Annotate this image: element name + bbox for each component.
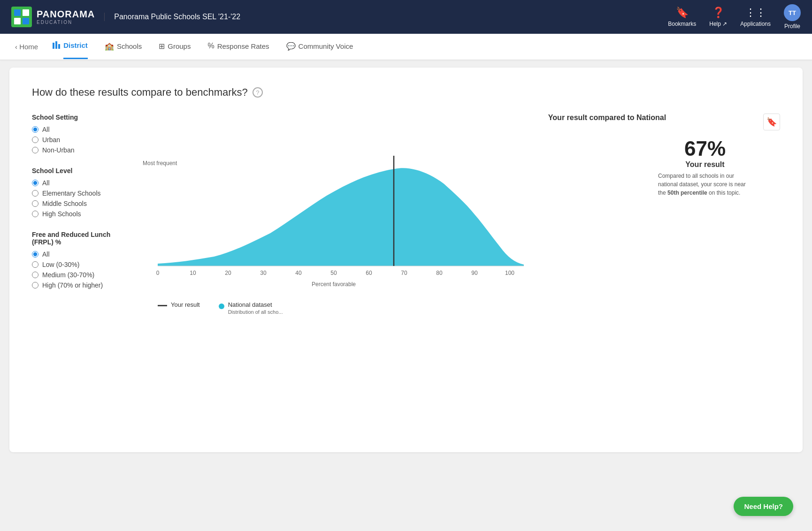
help-icon: ❓ (712, 7, 725, 19)
frpl-low[interactable]: Low (0-30%) (32, 261, 116, 268)
svg-text:0: 0 (156, 270, 160, 276)
svg-text:30: 30 (260, 270, 267, 276)
svg-rect-6 (58, 44, 60, 49)
school-level-elementary[interactable]: Elementary Schools (32, 190, 116, 197)
school-level-all[interactable]: All (32, 179, 116, 187)
svg-text:60: 60 (366, 270, 372, 276)
nav-district-label: District (63, 33, 88, 59)
legend-line-icon (158, 305, 167, 306)
school-setting-urban[interactable]: Urban (32, 136, 116, 144)
school-level-group: School Level All Elementary Schools Midd… (32, 167, 116, 218)
frpl-all[interactable]: All (32, 250, 116, 258)
back-link[interactable]: ‹ Home (15, 43, 44, 51)
svg-rect-3 (23, 18, 29, 24)
legend-your-result: Your result (158, 301, 200, 315)
nav-community-voice[interactable]: 💬 Community Voice (278, 34, 362, 60)
legend-national-label: National dataset (228, 301, 283, 309)
school-level-middle[interactable]: Middle Schools (32, 200, 116, 207)
nav-response-rates-label: Response Rates (217, 42, 269, 50)
svg-text:10: 10 (190, 270, 196, 276)
groups-icon: ⊞ (159, 42, 165, 51)
content-area: School Setting All Urban Non-Urban Schoo… (32, 114, 780, 315)
school-setting-all[interactable]: All (32, 126, 116, 133)
svg-rect-1 (23, 9, 29, 16)
navbar: ‹ Home District 🏫 Schools ⊞ Groups % Res… (0, 34, 812, 60)
x-axis-ticks: 0 10 20 30 40 50 60 70 80 90 100 (156, 270, 515, 276)
svg-rect-4 (53, 43, 54, 49)
svg-rect-5 (55, 41, 57, 49)
nav-schools-label: Schools (117, 42, 142, 50)
applications-nav[interactable]: ⋮⋮ Applications (740, 7, 771, 27)
svg-text:90: 90 (471, 270, 478, 276)
bookmarks-label: Bookmarks (668, 21, 696, 27)
bookmarks-nav[interactable]: 🔖 Bookmarks (668, 7, 696, 27)
header-title: Panorama Public Schools SEL '21-'22 (104, 13, 240, 21)
logo[interactable]: PANORAMA EDUCATION (11, 7, 95, 27)
avatar: TT (784, 4, 801, 21)
bookmark-icon: 🔖 (766, 117, 777, 127)
chart-header: Your result compared to National 🔖 (139, 114, 780, 130)
svg-text:40: 40 (295, 270, 302, 276)
header-right: 🔖 Bookmarks ❓ Help ↗ ⋮⋮ Applications TT … (668, 4, 801, 30)
x-axis-label: Percent favorable (312, 281, 356, 288)
svg-text:20: 20 (225, 270, 231, 276)
school-setting-group: School Setting All Urban Non-Urban (32, 114, 116, 154)
section-question: How do these results compare to benchmar… (32, 86, 248, 99)
frpl-medium[interactable]: Medium (30-70%) (32, 271, 116, 279)
applications-label: Applications (740, 21, 771, 27)
chart-title: Your result compared to National (451, 114, 763, 122)
chart-bookmark-button[interactable]: 🔖 (763, 114, 780, 130)
school-level-high[interactable]: High Schools (32, 210, 116, 218)
result-percent: 67% (658, 137, 752, 160)
profile-label: Profile (784, 23, 800, 30)
header-left: PANORAMA EDUCATION Panorama Public Schoo… (11, 7, 240, 27)
help-nav[interactable]: ❓ Help ↗ (709, 7, 727, 27)
nav-community-voice-label: Community Voice (299, 42, 353, 50)
legend-your-result-label: Your result (171, 301, 200, 309)
svg-rect-0 (14, 9, 21, 16)
schools-icon: 🏫 (105, 42, 114, 51)
frpl-high[interactable]: High (70% or higher) (32, 281, 116, 289)
legend-national: National dataset Distribution of all sch… (219, 301, 283, 315)
logo-icon (11, 7, 32, 27)
nav-response-rates[interactable]: % Response Rates (199, 34, 277, 60)
result-label: Your result (658, 160, 752, 169)
result-callout: 67% Your result Compared to all schools … (658, 137, 752, 197)
legend-national-sub: Distribution of all scho... (228, 309, 283, 315)
header: PANORAMA EDUCATION Panorama Public Schoo… (0, 0, 812, 34)
nav-schools[interactable]: 🏫 Schools (96, 34, 150, 60)
school-setting-non-urban[interactable]: Non-Urban (32, 146, 116, 154)
nav-district[interactable]: District (44, 34, 96, 60)
chart-legend: Your result National dataset Distributio… (139, 301, 780, 315)
main-content: How do these results compare to benchmar… (9, 68, 803, 452)
chart-area: Your result compared to National 🔖 67% Y… (139, 114, 780, 315)
filters-panel: School Setting All Urban Non-Urban Schoo… (32, 114, 116, 315)
distribution-curve (158, 168, 524, 266)
profile-nav[interactable]: TT Profile (784, 4, 801, 30)
community-voice-icon: 💬 (286, 42, 296, 51)
bookmark-icon: 🔖 (676, 7, 689, 19)
school-setting-title: School Setting (32, 114, 116, 121)
school-level-title: School Level (32, 167, 116, 174)
chart-svg: Most frequent 0 10 20 (139, 142, 524, 292)
frpl-group: Free and Reduced Lunch (FRPL) % All Low … (32, 231, 116, 289)
svg-rect-2 (14, 18, 21, 24)
result-description: Compared to all schools in our national … (658, 172, 752, 197)
svg-text:50: 50 (330, 270, 337, 276)
svg-text:70: 70 (401, 270, 407, 276)
section-title: How do these results compare to benchmar… (32, 86, 780, 99)
nav-groups-label: Groups (168, 42, 191, 50)
svg-text:80: 80 (436, 270, 443, 276)
question-help-icon[interactable]: ? (253, 87, 263, 98)
frpl-title: Free and Reduced Lunch (FRPL) % (32, 231, 116, 246)
y-axis-label: Most frequent (143, 160, 177, 167)
response-rates-icon: % (207, 42, 214, 50)
district-icon (52, 41, 61, 51)
logo-text: PANORAMA EDUCATION (37, 9, 95, 25)
nav-groups[interactable]: ⊞ Groups (150, 34, 199, 60)
grid-icon: ⋮⋮ (745, 7, 766, 19)
svg-text:100: 100 (505, 270, 514, 276)
help-label: Help ↗ (709, 21, 727, 27)
legend-dot-icon (219, 303, 224, 309)
